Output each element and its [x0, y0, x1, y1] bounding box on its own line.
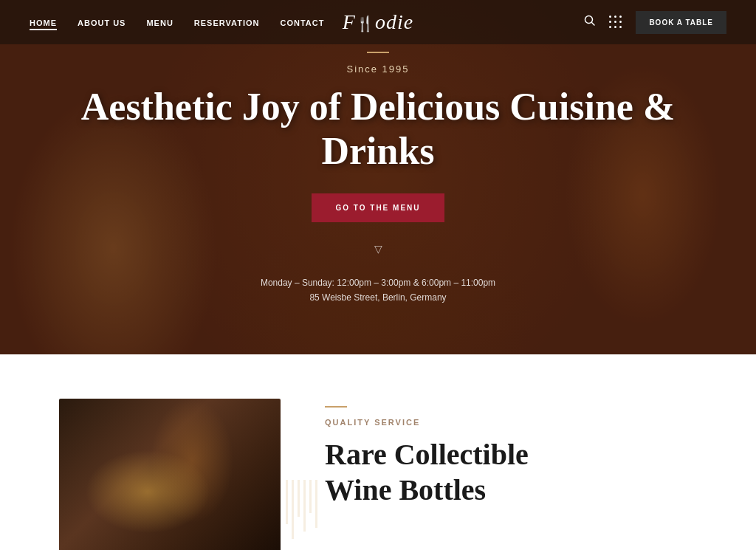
chevron-down-icon: ▽	[374, 243, 382, 255]
hero-content: Since 1995 Aesthetic Joy of Delicious Cu…	[0, 0, 756, 354]
hero-section: Home About Us Menu Reservation Contact F…	[0, 0, 756, 354]
wine-section: Quality Service Rare Collectible Wine Bo…	[0, 354, 756, 550]
hero-title: Aesthetic Joy of Delicious Cuisine & Dri…	[30, 85, 726, 173]
hero-hours: Monday – Sunday: 12:00pm – 3:00pm & 6:00…	[261, 278, 495, 288]
svg-line-1	[592, 22, 595, 25]
book-table-button[interactable]: Book A Table	[636, 11, 726, 34]
hero-divider	[367, 52, 389, 53]
decorative-lines	[286, 480, 317, 539]
search-icon[interactable]	[584, 15, 596, 30]
go-to-menu-button[interactable]: Go To The Menu	[312, 193, 444, 222]
nav-item-reservation[interactable]: Reservation	[194, 16, 260, 29]
section-subtitle: Quality Service	[325, 418, 697, 427]
nav-right: Book A Table	[584, 11, 726, 34]
navbar: Home About Us Menu Reservation Contact F…	[0, 0, 756, 44]
nav-item-menu[interactable]: Menu	[146, 16, 173, 29]
hero-address: 85 Weisbe Street, Berlin, Germany	[309, 292, 446, 303]
nav-item-about[interactable]: About Us	[78, 16, 126, 29]
hero-since: Since 1995	[346, 63, 409, 75]
nav-item-home[interactable]: Home	[30, 16, 57, 29]
section-image-column	[59, 399, 281, 550]
site-logo: F🍴odie	[343, 10, 413, 34]
nav-links: Home About Us Menu Reservation Contact	[30, 16, 324, 29]
section-tag-divider	[325, 406, 347, 408]
section-text-column: Quality Service Rare Collectible Wine Bo…	[325, 399, 697, 508]
nav-item-contact[interactable]: Contact	[280, 16, 324, 29]
dining-photo	[59, 399, 281, 550]
section-title: Rare Collectible Wine Bottles	[325, 437, 697, 508]
grid-icon[interactable]	[609, 16, 622, 29]
